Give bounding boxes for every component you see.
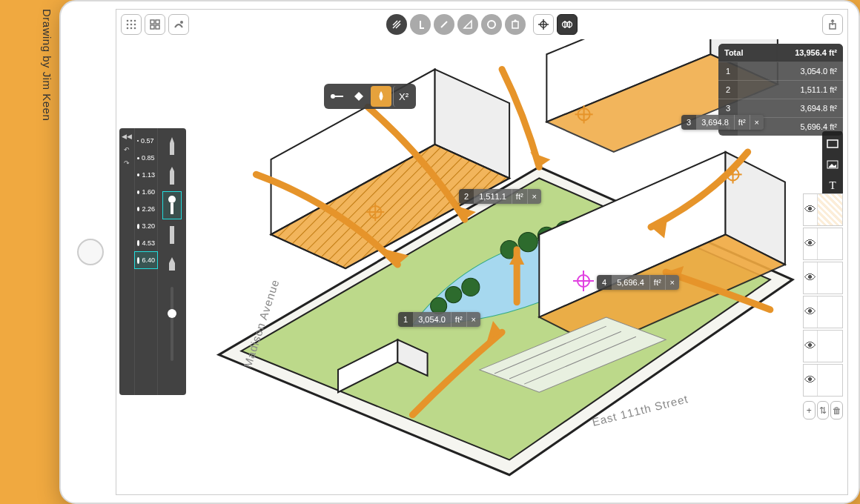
brush-size-0[interactable]: 0.57: [135, 133, 157, 149]
measurement-callout-2[interactable]: 21,511.1ft²×: [459, 189, 541, 204]
line-style-button[interactable]: [326, 86, 347, 107]
measurement-callout-3[interactable]: 33,694.8ft²×: [681, 115, 764, 130]
svg-point-52: [127, 27, 129, 30]
area-row-2[interactable]: 2 1,511.1 ft²: [718, 81, 843, 99]
eye-icon[interactable]: 👁: [804, 237, 817, 251]
opacity-button[interactable]: [371, 86, 391, 107]
layer-add[interactable]: +: [803, 401, 816, 420]
svg-point-47: [130, 20, 133, 22]
svg-marker-77: [170, 137, 174, 155]
undo-button[interactable]: ↶: [124, 146, 130, 153]
callout-close[interactable]: ×: [665, 275, 679, 290]
callout-unit: ft²: [451, 312, 466, 327]
svg-point-9: [462, 278, 480, 296]
eye-icon[interactable]: 👁: [804, 305, 817, 319]
top-toolbar: [116, 10, 847, 39]
callout-index: 3: [681, 115, 696, 130]
area-total-value: 13,956.4 ft²: [789, 44, 843, 62]
callout-close[interactable]: ×: [466, 312, 480, 327]
measurement-callout-1[interactable]: 13,054.0ft²×: [398, 312, 480, 327]
brush-size-6[interactable]: 4.53: [135, 235, 157, 251]
eye-icon[interactable]: 👁: [804, 203, 817, 216]
brush-highlighter[interactable]: [163, 222, 181, 248]
layer-delete[interactable]: 🗑: [830, 401, 843, 420]
app-screen: Madison Avenue East 111th Street: [116, 9, 848, 495]
export-tool[interactable]: [505, 14, 526, 35]
brush-size-1[interactable]: 0.85: [135, 150, 157, 166]
style-popup[interactable]: X²: [324, 84, 416, 109]
svg-point-53: [130, 27, 133, 30]
svg-point-59: [180, 21, 183, 24]
svg-point-51: [134, 24, 136, 26]
layers-panel: 👁 👁 👁 👁 👁 👁 + ⇅ 🗑: [803, 193, 843, 420]
callout-unit: ft²: [649, 275, 665, 290]
callout-unit: ft²: [512, 189, 527, 204]
svg-point-50: [130, 24, 133, 26]
brush-marker[interactable]: [163, 192, 181, 219]
redo-button[interactable]: ↷: [124, 159, 130, 167]
share-button[interactable]: [822, 14, 843, 35]
eye-icon[interactable]: 👁: [804, 374, 817, 387]
hatch-tool[interactable]: [386, 14, 407, 35]
svg-rect-80: [171, 203, 173, 214]
svg-point-3: [518, 232, 538, 251]
area-row-1[interactable]: 1 3,054.0 ft²: [718, 62, 843, 81]
fill-button[interactable]: [348, 86, 369, 107]
brush-eraser[interactable]: [163, 251, 181, 278]
layer-6[interactable]: 👁: [803, 364, 843, 397]
brush-size-2[interactable]: 1.13: [135, 167, 157, 183]
svg-marker-28: [530, 152, 550, 167]
svg-point-74: [331, 94, 335, 99]
brush-size-3[interactable]: 1.60: [135, 184, 157, 200]
layer-4[interactable]: 👁: [803, 296, 843, 328]
settings-button[interactable]: [168, 14, 189, 35]
brush-toolbar: ◀◀ ↶ ↷ 0.57 0.85 1.13 1.60 2.26 3.20 4.5…: [119, 128, 186, 395]
credit-text: Drawing by Jim Keen: [41, 9, 53, 121]
apps-button[interactable]: [145, 14, 165, 35]
svg-point-49: [127, 24, 129, 26]
callout-value: 5,696.4: [612, 275, 649, 290]
brush-size-5[interactable]: 3.20: [135, 218, 157, 234]
home-button[interactable]: [77, 239, 104, 265]
measurement-callout-4[interactable]: 45,696.4ft²×: [597, 275, 679, 290]
pen-tool[interactable]: [434, 14, 454, 35]
layer-3[interactable]: 👁: [803, 262, 843, 294]
brush-size-4[interactable]: 2.26: [135, 201, 157, 217]
area-total-label: Total: [718, 44, 789, 62]
insert-image[interactable]: [822, 155, 843, 174]
brush-pencil[interactable]: [163, 162, 181, 189]
ruler-tool[interactable]: [457, 14, 478, 35]
opacity-slider[interactable]: [171, 287, 173, 361]
callout-close[interactable]: ×: [527, 189, 541, 204]
svg-point-46: [127, 20, 129, 22]
eye-icon[interactable]: 👁: [804, 271, 817, 285]
layer-merge[interactable]: ⇅: [817, 401, 830, 420]
svg-marker-81: [170, 226, 174, 244]
callout-index: 1: [398, 312, 413, 327]
svg-marker-63: [464, 21, 472, 28]
callout-index: 4: [597, 275, 612, 290]
layer-5[interactable]: 👁: [803, 330, 843, 362]
multi-target-tool[interactable]: [557, 14, 578, 35]
grid-button[interactable]: [121, 14, 142, 35]
brush-pen[interactable]: [163, 133, 181, 159]
insert-rect[interactable]: [822, 134, 843, 153]
area-mode-button[interactable]: X²: [393, 86, 414, 107]
svg-rect-58: [156, 25, 159, 29]
collapse-button[interactable]: ◀◀: [122, 133, 132, 140]
svg-rect-84: [827, 140, 838, 147]
brush-size-7[interactable]: 6.40: [135, 252, 157, 268]
circle-tool[interactable]: [481, 14, 502, 35]
eye-icon[interactable]: 👁: [804, 339, 817, 353]
target-tool[interactable]: [533, 14, 554, 35]
svg-rect-65: [512, 21, 518, 28]
callout-close[interactable]: ×: [750, 115, 764, 130]
svg-rect-55: [150, 20, 154, 24]
layer-2[interactable]: 👁: [803, 228, 843, 260]
slider-thumb[interactable]: [168, 309, 176, 318]
callout-index: 2: [459, 189, 474, 204]
insert-text[interactable]: T: [822, 176, 843, 195]
canvas[interactable]: [189, 39, 800, 490]
layer-1[interactable]: 👁: [803, 193, 843, 226]
angle-tool[interactable]: [410, 14, 431, 35]
